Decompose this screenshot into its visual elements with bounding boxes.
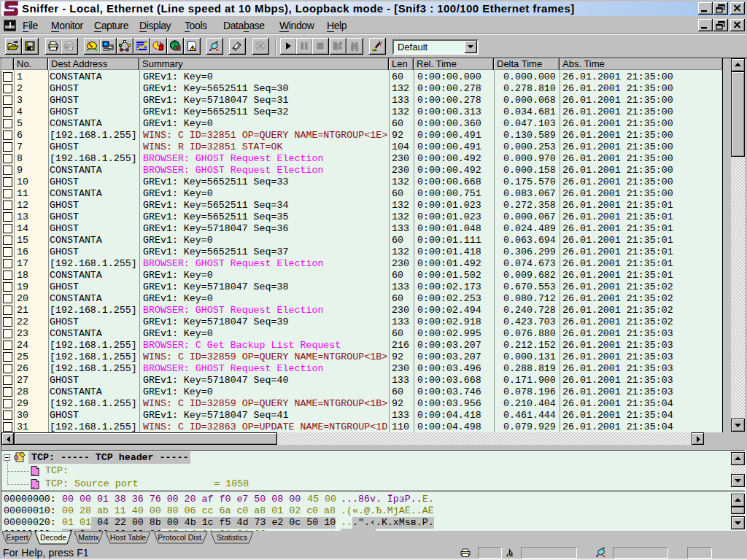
svg-text:Protocol Dist.: Protocol Dist. <box>158 533 203 542</box>
svg-text:Decode: Decode <box>40 533 66 542</box>
svg-text:Matrix: Matrix <box>78 533 99 542</box>
svg-text:Host Table: Host Table <box>110 533 147 542</box>
svg-text:Statistics: Statistics <box>217 533 247 542</box>
svg-text:Expert: Expert <box>6 533 28 542</box>
